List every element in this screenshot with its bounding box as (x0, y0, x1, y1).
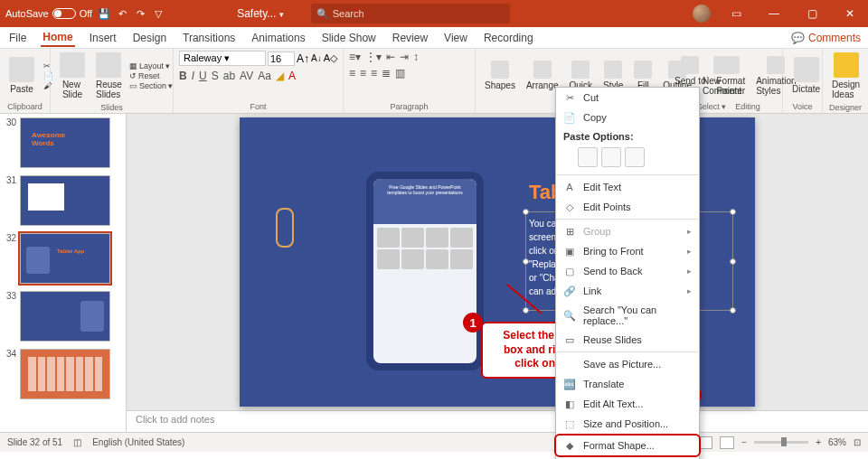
tab-design[interactable]: Design (131, 30, 168, 46)
numbering-icon[interactable]: ⋮▾ (365, 51, 382, 63)
cm-send-back[interactable]: ▢Send to Back▸ (556, 261, 699, 281)
font-color-icon[interactable]: A (288, 70, 296, 82)
font-size-select[interactable]: 16 (268, 52, 295, 66)
reset-button[interactable]: ↺ Reset (129, 71, 173, 80)
present-icon[interactable]: ▽ (152, 7, 165, 20)
highlight-icon[interactable]: ◢ (276, 70, 284, 82)
search-input[interactable] (333, 8, 505, 19)
autosave-toggle[interactable]: AutoSave Off (5, 8, 92, 19)
minimize-button[interactable]: — (761, 5, 787, 23)
paste-button[interactable]: Paste (5, 55, 38, 96)
cm-copy[interactable]: 📄Copy (556, 108, 699, 127)
font-name-select[interactable]: Raleway ▾ (179, 51, 266, 66)
strike-icon[interactable]: S (212, 70, 219, 82)
indent-dec-icon[interactable]: ⇤ (386, 51, 395, 63)
close-button[interactable]: ✕ (837, 5, 863, 23)
design-ideas-button[interactable]: Design Ideas (828, 51, 863, 101)
status-bar: Slide 32 of 51 ◫ English (United States)… (0, 432, 868, 452)
italic-icon[interactable]: I (192, 70, 194, 82)
layout-button[interactable]: ▦ Layout ▾ (129, 61, 173, 70)
zoom-value[interactable]: 63% (828, 437, 846, 447)
cm-cut[interactable]: ✂Cut (556, 88, 699, 108)
spacing-icon[interactable]: AV (240, 70, 253, 82)
new-slide-button[interactable]: New Slide (56, 51, 89, 101)
painter-icon (722, 56, 740, 74)
format-painter-button[interactable]: Format Painter (712, 54, 749, 98)
line-spacing-icon[interactable]: ↕ (413, 51, 419, 63)
shapes-icon (491, 61, 509, 79)
slide-thumbnail[interactable] (20, 349, 110, 399)
save-icon[interactable]: 💾 (98, 7, 110, 20)
cm-edit-points[interactable]: ◇Edit Points (556, 197, 699, 217)
dictate-button[interactable]: Dictate (788, 55, 824, 96)
case-icon[interactable]: Aa (258, 70, 271, 82)
tab-insert[interactable]: Insert (88, 30, 118, 46)
ribbon-display-icon[interactable]: ▭ (723, 5, 749, 23)
indent-inc-icon[interactable]: ⇥ (400, 51, 409, 63)
fit-window-icon[interactable]: ⊡ (854, 437, 861, 447)
notes-pane[interactable]: Click to add notes (127, 410, 868, 432)
tab-home[interactable]: Home (41, 29, 74, 47)
slide-thumbnail[interactable] (20, 291, 110, 342)
paste-dest-theme-icon[interactable] (578, 147, 598, 167)
section-button[interactable]: ▭ Section ▾ (129, 81, 173, 90)
cm-size-position[interactable]: ⬚Size and Position... (556, 414, 699, 434)
shapes-button[interactable]: Shapes (481, 59, 519, 92)
comments-button[interactable]: 💬 Comments (791, 32, 861, 44)
align-left-icon[interactable]: ≡ (349, 67, 355, 80)
tab-file[interactable]: File (7, 30, 28, 46)
cm-alt-text[interactable]: ◧Edit Alt Text... (556, 394, 699, 414)
clear-format-icon[interactable]: A◇ (324, 52, 337, 64)
user-avatar[interactable] (693, 5, 711, 23)
align-right-icon[interactable]: ≡ (371, 67, 377, 80)
context-menu: ✂Cut 📄Copy Paste Options: AEdit Text ◇Ed… (555, 87, 700, 459)
slide-panel[interactable]: 30 Awesome Words 31 32 Tablet App 33 34 (0, 114, 127, 432)
bullets-icon[interactable]: ≡▾ (349, 51, 361, 63)
maximize-button[interactable]: ▢ (799, 5, 825, 23)
justify-icon[interactable]: ≣ (382, 67, 391, 80)
slideshow-view-icon[interactable] (720, 436, 734, 449)
cm-format-shape[interactable]: ◆Format Shape... (556, 436, 699, 455)
redo-icon[interactable]: ↷ (134, 7, 146, 20)
zoom-in-icon[interactable]: + (816, 437, 821, 447)
underline-icon[interactable]: U (199, 70, 207, 82)
columns-icon[interactable]: ▥ (395, 67, 405, 80)
search-box[interactable]: 🔍 (311, 4, 510, 23)
slide-thumbnail-selected[interactable]: Tablet App (20, 233, 110, 284)
shrink-font-icon[interactable]: A↓ (311, 53, 322, 63)
cm-translate[interactable]: 🔤Translate (556, 374, 699, 394)
accessibility-icon[interactable]: ◫ (73, 437, 81, 447)
tab-recording[interactable]: Recording (482, 30, 535, 46)
cm-link[interactable]: 🔗Link▸ (556, 281, 699, 301)
tab-transitions[interactable]: Transitions (181, 30, 237, 46)
canvas-area[interactable]: Free Google Slides and PowerPoint templa… (127, 114, 868, 410)
tab-review[interactable]: Review (391, 30, 429, 46)
tab-view[interactable]: View (442, 30, 469, 46)
cm-reuse[interactable]: ▭Reuse Slides (556, 330, 699, 350)
language-indicator[interactable]: English (United States) (92, 437, 184, 447)
align-center-icon[interactable]: ≡ (360, 67, 366, 80)
cm-save-picture[interactable]: Save as Picture... (556, 354, 699, 374)
paste-keep-format-icon[interactable] (601, 147, 621, 167)
zoom-out-icon[interactable]: − (741, 437, 747, 447)
cm-group[interactable]: ⊞Group▸ (556, 221, 699, 241)
cm-bring-front[interactable]: ▣Bring to Front▸ (556, 241, 699, 261)
zoom-slider[interactable] (754, 441, 808, 444)
tab-animations[interactable]: Animations (250, 30, 307, 46)
slide-thumbnail[interactable]: Awesome Words (20, 117, 110, 168)
alt-text-icon: ◧ (563, 398, 576, 410)
phone-mockup[interactable]: Free Google Slides and PowerPoint templa… (366, 172, 484, 370)
slide-thumbnail[interactable] (20, 175, 110, 226)
paste-picture-icon[interactable] (625, 147, 645, 167)
filename-label[interactable]: Safety... ▾ (237, 7, 283, 20)
cm-search[interactable]: 🔍Search "You can replace..." (556, 301, 699, 330)
cm-edit-text[interactable]: AEdit Text (556, 177, 699, 197)
tab-slideshow[interactable]: Slide Show (320, 30, 378, 46)
slide-counter[interactable]: Slide 32 of 51 (7, 437, 62, 447)
shadow-icon[interactable]: ab (223, 70, 235, 82)
undo-icon[interactable]: ↶ (116, 7, 128, 20)
bold-icon[interactable]: B (179, 70, 187, 82)
comment-icon: 💬 (791, 32, 805, 44)
reuse-slides-button[interactable]: Reuse Slides (92, 51, 126, 101)
grow-font-icon[interactable]: A↑ (297, 52, 309, 65)
